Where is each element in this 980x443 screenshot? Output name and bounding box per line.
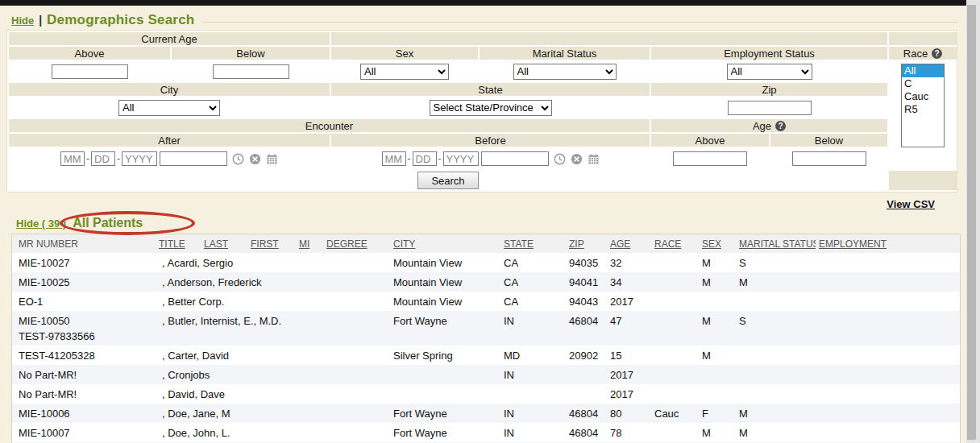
zip-input[interactable]: [728, 101, 812, 115]
encounter-before-month-input[interactable]: [382, 151, 406, 166]
patient-name-cell: , Carter, David: [156, 346, 390, 365]
sex-cell: [699, 365, 736, 384]
clear-icon[interactable]: [571, 153, 583, 165]
column-header-race[interactable]: RACE: [651, 234, 699, 253]
state-select[interactable]: Select State/Province: [430, 100, 552, 116]
race-cell: [651, 311, 699, 346]
current-age-above-input[interactable]: [52, 64, 128, 79]
column-header-degree[interactable]: DEGREE: [323, 234, 390, 253]
marital-status-header: Marital Status: [480, 47, 650, 60]
city-cell: [390, 365, 500, 384]
vertical-scrollbar[interactable]: [966, 0, 980, 443]
race-option[interactable]: R5: [902, 103, 944, 116]
marital-status-cell: S: [736, 253, 816, 272]
column-header-marital-status[interactable]: MARITAL STATUS: [736, 234, 816, 253]
demographics-hide-link[interactable]: Hide: [11, 14, 34, 27]
encounter-before-header: Before: [331, 134, 650, 147]
table-row[interactable]: MIE-10007, Doe, John, L.Fort WayneIN4680…: [12, 423, 960, 442]
city-cell: Fort Wayne: [390, 423, 500, 442]
encounter-group-header: Encounter: [9, 119, 650, 132]
cell: - -: [331, 148, 650, 169]
zip-cell: [566, 365, 607, 384]
cell: All: [651, 61, 887, 81]
race-help-icon[interactable]: ?: [932, 48, 942, 59]
age-help-icon[interactable]: ?: [775, 121, 786, 131]
patients-hide-link[interactable]: Hide ( 39 ): [16, 217, 66, 230]
employment-status-select[interactable]: All: [727, 64, 812, 80]
sex-header: Sex: [331, 47, 478, 60]
age-below-input[interactable]: [792, 151, 866, 166]
age-cell: 78: [607, 423, 651, 442]
encounter-after-month-input[interactable]: [60, 151, 85, 166]
race-listbox[interactable]: AllCCaucR5: [901, 64, 945, 147]
table-row[interactable]: MIE-10050TEST-97833566, Butler, Internis…: [12, 311, 960, 346]
column-header-sex[interactable]: SEX: [699, 234, 736, 253]
encounter-before-date-input[interactable]: [481, 151, 549, 166]
marital-status-cell: [736, 346, 816, 365]
current-age-group-header: Current Age: [9, 32, 330, 45]
calendar-icon[interactable]: [588, 153, 600, 165]
mr-number-cell: No Part-MR!: [12, 384, 156, 404]
search-button[interactable]: Search: [417, 172, 478, 189]
view-csv-row: View CSV: [6, 197, 935, 209]
clock-icon[interactable]: [232, 153, 244, 165]
clear-icon[interactable]: [249, 153, 261, 165]
encounter-after-day-input[interactable]: [91, 151, 115, 166]
state-cell: IN: [500, 311, 566, 346]
age-cell: 2017: [607, 365, 651, 384]
race-cell: [651, 365, 699, 384]
column-header-zip[interactable]: ZIP: [566, 234, 607, 253]
age-above-input[interactable]: [673, 151, 747, 166]
view-csv-link[interactable]: View CSV: [887, 198, 935, 210]
city-cell: Silver Spring: [390, 346, 500, 365]
table-row[interactable]: No Part-MR!, CronjobsIN2017: [12, 365, 960, 384]
encounter-before-day-input[interactable]: [413, 151, 437, 166]
date-separator: -: [117, 153, 120, 164]
current-age-below-header: Below: [172, 47, 330, 60]
column-header-state[interactable]: STATE: [500, 234, 566, 253]
cell: Select State/Province: [331, 97, 650, 118]
marital-status-cell: [736, 384, 816, 404]
table-row[interactable]: MIE-10006, Doe, Jane, MFort WayneIN46804…: [12, 404, 960, 423]
encounter-after-year-input[interactable]: [122, 151, 157, 166]
header-spacer: [889, 171, 957, 190]
race-header: Race ?: [889, 47, 957, 60]
patients-table: MR NUMBERTITLELASTFIRSTMIDEGREECITYSTATE…: [12, 234, 960, 443]
column-header-last[interactable]: LAST: [201, 234, 247, 253]
page-content: Hide | Demographics Search Current Age A…: [6, 6, 961, 443]
age-cell: 2017: [607, 384, 651, 404]
zip-cell: 94043: [566, 292, 607, 311]
calendar-icon[interactable]: [266, 153, 278, 165]
table-row[interactable]: TEST-41205328, Carter, DavidSilver Sprin…: [12, 346, 960, 365]
current-age-below-input[interactable]: [213, 64, 289, 79]
cell: Search: [9, 171, 887, 190]
race-option[interactable]: All: [902, 64, 944, 77]
column-header-employment[interactable]: EMPLOYMENT: [816, 234, 960, 253]
race-option[interactable]: Cauc: [902, 90, 944, 103]
sex-cell: M: [699, 311, 736, 346]
encounter-before-year-input[interactable]: [443, 151, 479, 166]
column-header-city[interactable]: CITY: [390, 234, 500, 253]
table-row[interactable]: MIE-10027, Acardi, SergioMountain ViewCA…: [12, 253, 960, 272]
state-cell: CA: [500, 272, 566, 292]
column-header-title[interactable]: TITLE: [156, 234, 201, 253]
column-header-first[interactable]: FIRST: [247, 234, 296, 253]
table-row[interactable]: MIE-10025, Anderson, FrederickMountain V…: [12, 272, 960, 292]
table-row[interactable]: No Part-MR!, David, Dave2017: [12, 384, 960, 404]
city-select[interactable]: All: [118, 100, 220, 116]
table-row[interactable]: EO-1, Better Corp.Mountain ViewCA9404320…: [12, 292, 960, 311]
age-cell: 2017: [607, 292, 651, 311]
sex-select[interactable]: All: [360, 64, 449, 80]
scrollbar-thumb[interactable]: [967, 5, 976, 440]
encounter-after-date-input[interactable]: [160, 151, 227, 166]
marital-status-select[interactable]: All: [513, 64, 617, 80]
clock-icon[interactable]: [554, 153, 566, 165]
marital-status-cell: S: [736, 311, 816, 346]
column-header-age[interactable]: AGE: [607, 234, 651, 253]
title-separator: |: [39, 14, 42, 27]
zip-header: Zip: [651, 83, 887, 96]
patients-title-row: Hide ( 39 ) All Patients: [16, 214, 961, 232]
race-option[interactable]: C: [902, 77, 944, 90]
patient-name-cell: , Doe, John, L.: [156, 423, 390, 442]
column-header-mi[interactable]: MI: [296, 234, 323, 253]
